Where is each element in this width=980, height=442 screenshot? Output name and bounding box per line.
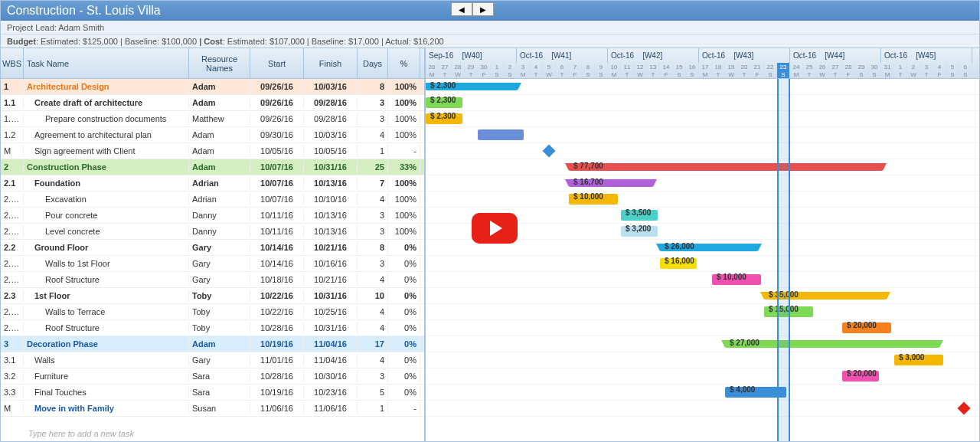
summary-bar[interactable]: $ 2,300 <box>426 83 518 90</box>
task-row[interactable]: MMove in with FamilySusan11/06/1611/06/1… <box>1 401 424 417</box>
nav-next-button[interactable]: ▶ <box>472 2 494 16</box>
day-header: 30S <box>868 63 881 78</box>
gantt-row <box>426 401 979 417</box>
resource-cell: Toby <box>189 290 250 302</box>
nav-prev-button[interactable]: ◀ <box>451 2 472 16</box>
task-name-cell[interactable]: Ground Floor <box>24 241 189 254</box>
task-row[interactable]: 2.2.2Roof StructureGary10/18/1610/21/164… <box>1 272 424 288</box>
task-name-cell[interactable]: Prepare construction documents <box>24 113 189 125</box>
task-row[interactable]: 3.1WallsGary11/01/1611/04/1640% <box>1 352 424 368</box>
bar-cost-label: $ 16,700 <box>573 178 603 186</box>
task-row[interactable]: 2.2Ground FloorGary10/14/1610/21/1680% <box>1 240 424 256</box>
start-cell: 10/14/16 <box>250 241 304 254</box>
pct-cell: 0% <box>388 257 420 270</box>
play-button-icon[interactable] <box>472 213 518 244</box>
task-row[interactable]: 1.2Agreement to architectural planAdam09… <box>1 127 424 143</box>
pct-cell: 100% <box>388 129 420 141</box>
wbs-cell: 1.2 <box>1 129 24 141</box>
days-cell: 4 <box>358 306 388 318</box>
task-name-cell[interactable]: Foundation <box>24 177 189 189</box>
task-name-cell[interactable]: Create draft of architecture <box>24 97 189 109</box>
task-row[interactable]: 2.1.3Level concreteDanny10/11/1610/13/16… <box>1 224 424 240</box>
col-pct[interactable]: % <box>388 48 420 78</box>
task-row[interactable]: 2.1FoundationAdrian10/07/1610/13/167100% <box>1 175 424 192</box>
milestone-diamond[interactable] <box>958 402 971 415</box>
day-header: 12W <box>634 63 647 78</box>
task-name-cell[interactable]: Final Touches <box>24 386 189 398</box>
task-row[interactable]: 2.3.1Walls to TerraceToby10/22/1610/25/1… <box>1 304 424 320</box>
summary-bar[interactable]: $ 27,000 <box>725 340 939 348</box>
col-start[interactable]: Start <box>250 48 304 78</box>
task-bar[interactable]: $ 3,200 <box>621 226 658 237</box>
task-bar[interactable]: $ 3,000 <box>894 355 943 365</box>
task-row[interactable]: 1.1Create draft of architectureAdam09/26… <box>1 95 424 111</box>
task-bar[interactable]: $ 20,000 <box>842 322 891 333</box>
task-name-cell[interactable]: Furniture <box>24 370 189 382</box>
finish-cell: 10/13/16 <box>304 225 358 237</box>
milestone-diamond[interactable] <box>543 145 556 158</box>
meta-bar: Project Lead: Adam Smith <box>1 21 979 34</box>
task-name-cell[interactable]: Move in with Family <box>24 402 189 414</box>
task-row[interactable]: 2.1.1ExcavationAdrian10/07/1610/10/16410… <box>1 192 424 208</box>
finish-cell: 11/06/16 <box>304 402 358 414</box>
summary-bar[interactable]: $ 77,700 <box>569 163 883 171</box>
pct-cell: 0% <box>388 273 420 286</box>
wbs-cell: 3 <box>1 338 24 350</box>
task-row[interactable]: 3Decoration PhaseAdam10/19/1611/04/16170… <box>1 336 424 352</box>
task-bar[interactable] <box>478 129 524 140</box>
task-row[interactable]: 3.3Final TouchesSara10/19/1610/23/1650% <box>1 385 424 401</box>
start-cell: 09/26/16 <box>250 113 304 125</box>
task-name-cell[interactable]: Construction Phase <box>24 161 189 173</box>
task-name-cell[interactable]: Walls <box>24 354 189 366</box>
wbs-cell: M <box>1 402 24 414</box>
task-name-cell[interactable]: 1st Floor <box>24 290 189 302</box>
task-bar[interactable]: $ 16,000 <box>660 258 697 269</box>
finish-cell: 09/28/16 <box>304 97 358 109</box>
col-task[interactable]: Task Name <box>24 48 189 78</box>
gantt-row: $ 3,000 <box>426 352 979 368</box>
task-row[interactable]: 2Construction PhaseAdam10/07/1610/31/162… <box>1 159 424 175</box>
task-row[interactable]: MSign agreement with ClientAdam10/05/161… <box>1 143 424 159</box>
task-row[interactable]: 1.1.1Prepare construction documentsMatth… <box>1 111 424 127</box>
col-wbs[interactable]: WBS <box>1 48 24 78</box>
summary-bar[interactable]: $ 16,700 <box>569 179 653 187</box>
task-name-cell[interactable]: Roof Structure <box>24 273 189 286</box>
start-cell: 10/18/16 <box>250 273 304 286</box>
resource-cell: Danny <box>189 209 250 221</box>
task-bar[interactable]: $ 20,000 <box>842 371 879 381</box>
new-task-input[interactable]: Type here to add a new task <box>1 426 424 441</box>
col-days[interactable]: Days <box>358 48 388 78</box>
task-name-cell[interactable]: Excavation <box>24 193 189 205</box>
task-name-cell[interactable]: Architectural Design <box>24 80 189 93</box>
task-name-cell[interactable]: Roof Structure <box>24 322 189 334</box>
task-bar[interactable]: $ 10,000 <box>712 274 761 285</box>
task-row[interactable]: 3.2FurnitureSara10/28/1610/30/1630% <box>1 368 424 385</box>
resource-cell: Adam <box>189 338 250 350</box>
col-resource[interactable]: Resource Names <box>189 48 250 78</box>
task-row[interactable]: 2.1.2Pour concreteDanny10/11/1610/13/163… <box>1 208 424 224</box>
task-bar[interactable]: $ 2,300 <box>426 97 462 108</box>
task-name-cell[interactable]: Pour concrete <box>24 209 189 221</box>
task-name-cell[interactable]: Walls to Terrace <box>24 306 189 318</box>
finish-cell: 10/13/16 <box>304 209 358 221</box>
task-name-cell[interactable]: Decoration Phase <box>24 338 189 350</box>
summary-bar[interactable]: $ 26,000 <box>660 244 758 251</box>
col-finish[interactable]: Finish <box>304 48 358 78</box>
task-name-cell[interactable]: Agreement to architectural plan <box>24 129 189 141</box>
task-row[interactable]: 2.2.1Walls to 1st FloorGary10/14/1610/16… <box>1 256 424 272</box>
task-row[interactable]: 2.31st FloorToby10/22/1610/31/16100% <box>1 288 424 304</box>
task-bar[interactable]: $ 2,300 <box>426 113 462 124</box>
task-bar[interactable]: $ 10,000 <box>569 194 618 205</box>
task-row[interactable]: 1Architectural DesignAdam09/26/1610/03/1… <box>1 79 424 95</box>
day-header: 3T <box>920 63 933 78</box>
task-name-cell[interactable]: Level concrete <box>24 225 189 237</box>
pct-cell: 100% <box>388 80 420 93</box>
bar-cost-label: $ 16,000 <box>665 257 694 265</box>
task-name-cell[interactable]: Walls to 1st Floor <box>24 257 189 270</box>
task-row[interactable]: 2.3.2Roof StructureToby10/28/1610/31/164… <box>1 320 424 336</box>
pct-cell: 0% <box>388 241 420 254</box>
task-name-cell[interactable]: Sign agreement with Client <box>24 145 189 157</box>
days-cell: 4 <box>358 322 388 334</box>
finish-cell: 10/31/16 <box>304 161 358 173</box>
task-bar[interactable]: $ 3,500 <box>621 210 658 221</box>
